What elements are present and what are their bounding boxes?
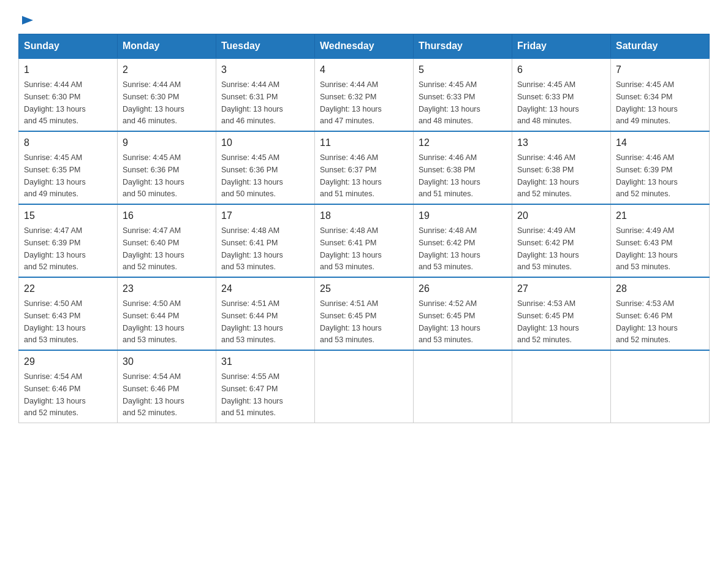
calendar-cell: 24 Sunrise: 4:51 AM Sunset: 6:44 PM Dayl… — [216, 277, 315, 350]
logo-arrow-icon — [21, 12, 34, 31]
day-info: Sunrise: 4:51 AM Sunset: 6:45 PM Dayligh… — [320, 299, 382, 344]
day-info: Sunrise: 4:44 AM Sunset: 6:30 PM Dayligh… — [24, 80, 86, 125]
day-number: 27 — [517, 282, 605, 296]
day-info: Sunrise: 4:52 AM Sunset: 6:45 PM Dayligh… — [419, 299, 480, 344]
calendar-cell: 16 Sunrise: 4:47 AM Sunset: 6:40 PM Dayl… — [118, 204, 216, 277]
day-number: 4 — [320, 63, 408, 77]
day-number: 16 — [123, 209, 211, 223]
day-number: 31 — [221, 354, 309, 369]
logo — [18, 12, 34, 28]
day-number: 23 — [123, 282, 211, 296]
logo-line1 — [18, 12, 34, 31]
day-info: Sunrise: 4:53 AM Sunset: 6:45 PM Dayligh… — [517, 299, 579, 344]
day-info: Sunrise: 4:45 AM Sunset: 6:34 PM Dayligh… — [616, 80, 678, 125]
calendar-cell: 10 Sunrise: 4:45 AM Sunset: 6:36 PM Dayl… — [216, 131, 315, 204]
day-number: 17 — [221, 209, 309, 223]
calendar-cell: 13 Sunrise: 4:46 AM Sunset: 6:38 PM Dayl… — [512, 131, 611, 204]
calendar-week-row: 29 Sunrise: 4:54 AM Sunset: 6:46 PM Dayl… — [19, 350, 710, 423]
day-number: 11 — [320, 136, 408, 150]
calendar-cell: 27 Sunrise: 4:53 AM Sunset: 6:45 PM Dayl… — [512, 277, 611, 350]
day-number: 1 — [24, 63, 112, 77]
day-number: 13 — [517, 136, 605, 150]
column-header-monday: Monday — [118, 34, 216, 59]
calendar-cell: 9 Sunrise: 4:45 AM Sunset: 6:36 PM Dayli… — [118, 131, 216, 204]
calendar-cell: 30 Sunrise: 4:54 AM Sunset: 6:46 PM Dayl… — [118, 350, 216, 423]
calendar-cell: 7 Sunrise: 4:45 AM Sunset: 6:34 PM Dayli… — [611, 58, 710, 131]
day-number: 22 — [24, 282, 112, 296]
day-info: Sunrise: 4:45 AM Sunset: 6:35 PM Dayligh… — [24, 153, 86, 198]
day-number: 14 — [616, 136, 704, 150]
calendar-week-row: 1 Sunrise: 4:44 AM Sunset: 6:30 PM Dayli… — [19, 58, 710, 131]
day-info: Sunrise: 4:45 AM Sunset: 6:36 PM Dayligh… — [123, 153, 184, 198]
day-info: Sunrise: 4:46 AM Sunset: 6:38 PM Dayligh… — [517, 153, 579, 198]
day-info: Sunrise: 4:44 AM Sunset: 6:31 PM Dayligh… — [221, 80, 283, 125]
calendar-week-row: 22 Sunrise: 4:50 AM Sunset: 6:43 PM Dayl… — [19, 277, 710, 350]
calendar-cell: 4 Sunrise: 4:44 AM Sunset: 6:32 PM Dayli… — [315, 58, 414, 131]
day-info: Sunrise: 4:49 AM Sunset: 6:43 PM Dayligh… — [616, 226, 678, 271]
day-info: Sunrise: 4:48 AM Sunset: 6:41 PM Dayligh… — [221, 226, 283, 271]
calendar-cell — [414, 350, 512, 423]
day-number: 9 — [123, 136, 211, 150]
day-number: 8 — [24, 136, 112, 150]
calendar-cell: 8 Sunrise: 4:45 AM Sunset: 6:35 PM Dayli… — [19, 131, 118, 204]
calendar-cell: 23 Sunrise: 4:50 AM Sunset: 6:44 PM Dayl… — [118, 277, 216, 350]
calendar-cell: 14 Sunrise: 4:46 AM Sunset: 6:39 PM Dayl… — [611, 131, 710, 204]
day-number: 7 — [616, 63, 704, 77]
calendar-cell: 20 Sunrise: 4:49 AM Sunset: 6:42 PM Dayl… — [512, 204, 611, 277]
column-header-saturday: Saturday — [611, 34, 710, 59]
calendar-cell: 5 Sunrise: 4:45 AM Sunset: 6:33 PM Dayli… — [414, 58, 512, 131]
calendar-cell: 3 Sunrise: 4:44 AM Sunset: 6:31 PM Dayli… — [216, 58, 315, 131]
page-header — [18, 12, 710, 28]
column-header-friday: Friday — [512, 34, 611, 59]
day-number: 10 — [221, 136, 309, 150]
day-number: 28 — [616, 282, 704, 296]
day-info: Sunrise: 4:50 AM Sunset: 6:44 PM Dayligh… — [123, 299, 184, 344]
calendar-cell — [315, 350, 414, 423]
calendar-week-row: 15 Sunrise: 4:47 AM Sunset: 6:39 PM Dayl… — [19, 204, 710, 277]
day-info: Sunrise: 4:47 AM Sunset: 6:39 PM Dayligh… — [24, 226, 86, 271]
day-number: 26 — [419, 282, 507, 296]
day-info: Sunrise: 4:46 AM Sunset: 6:39 PM Dayligh… — [616, 153, 678, 198]
day-number: 19 — [419, 209, 507, 223]
calendar-cell: 22 Sunrise: 4:50 AM Sunset: 6:43 PM Dayl… — [19, 277, 118, 350]
day-info: Sunrise: 4:49 AM Sunset: 6:42 PM Dayligh… — [517, 226, 579, 271]
day-number: 21 — [616, 209, 704, 223]
day-info: Sunrise: 4:46 AM Sunset: 6:38 PM Dayligh… — [419, 153, 480, 198]
calendar-cell: 12 Sunrise: 4:46 AM Sunset: 6:38 PM Dayl… — [414, 131, 512, 204]
calendar-cell — [512, 350, 611, 423]
day-number: 12 — [419, 136, 507, 150]
day-info: Sunrise: 4:54 AM Sunset: 6:46 PM Dayligh… — [123, 372, 184, 417]
calendar-cell: 11 Sunrise: 4:46 AM Sunset: 6:37 PM Dayl… — [315, 131, 414, 204]
calendar-cell: 6 Sunrise: 4:45 AM Sunset: 6:33 PM Dayli… — [512, 58, 611, 131]
day-number: 6 — [517, 63, 605, 77]
day-info: Sunrise: 4:44 AM Sunset: 6:32 PM Dayligh… — [320, 80, 382, 125]
calendar-cell: 18 Sunrise: 4:48 AM Sunset: 6:41 PM Dayl… — [315, 204, 414, 277]
day-info: Sunrise: 4:47 AM Sunset: 6:40 PM Dayligh… — [123, 226, 184, 271]
calendar-cell — [611, 350, 710, 423]
day-info: Sunrise: 4:45 AM Sunset: 6:33 PM Dayligh… — [517, 80, 579, 125]
calendar-cell: 28 Sunrise: 4:53 AM Sunset: 6:46 PM Dayl… — [611, 277, 710, 350]
svg-marker-0 — [22, 16, 33, 25]
calendar-table: SundayMondayTuesdayWednesdayThursdayFrid… — [18, 34, 710, 423]
calendar-cell: 21 Sunrise: 4:49 AM Sunset: 6:43 PM Dayl… — [611, 204, 710, 277]
calendar-cell: 25 Sunrise: 4:51 AM Sunset: 6:45 PM Dayl… — [315, 277, 414, 350]
day-number: 29 — [24, 354, 112, 369]
day-info: Sunrise: 4:45 AM Sunset: 6:36 PM Dayligh… — [221, 153, 283, 198]
column-header-thursday: Thursday — [414, 34, 512, 59]
column-header-tuesday: Tuesday — [216, 34, 315, 59]
calendar-cell: 15 Sunrise: 4:47 AM Sunset: 6:39 PM Dayl… — [19, 204, 118, 277]
day-info: Sunrise: 4:50 AM Sunset: 6:43 PM Dayligh… — [24, 299, 86, 344]
day-number: 20 — [517, 209, 605, 223]
day-info: Sunrise: 4:44 AM Sunset: 6:30 PM Dayligh… — [123, 80, 184, 125]
column-header-wednesday: Wednesday — [315, 34, 414, 59]
day-info: Sunrise: 4:55 AM Sunset: 6:47 PM Dayligh… — [221, 372, 283, 417]
day-number: 5 — [419, 63, 507, 77]
calendar-cell: 1 Sunrise: 4:44 AM Sunset: 6:30 PM Dayli… — [19, 58, 118, 131]
day-info: Sunrise: 4:51 AM Sunset: 6:44 PM Dayligh… — [221, 299, 283, 344]
calendar-cell: 29 Sunrise: 4:54 AM Sunset: 6:46 PM Dayl… — [19, 350, 118, 423]
day-info: Sunrise: 4:48 AM Sunset: 6:42 PM Dayligh… — [419, 226, 480, 271]
day-info: Sunrise: 4:53 AM Sunset: 6:46 PM Dayligh… — [616, 299, 678, 344]
day-number: 15 — [24, 209, 112, 223]
day-number: 25 — [320, 282, 408, 296]
calendar-week-row: 8 Sunrise: 4:45 AM Sunset: 6:35 PM Dayli… — [19, 131, 710, 204]
